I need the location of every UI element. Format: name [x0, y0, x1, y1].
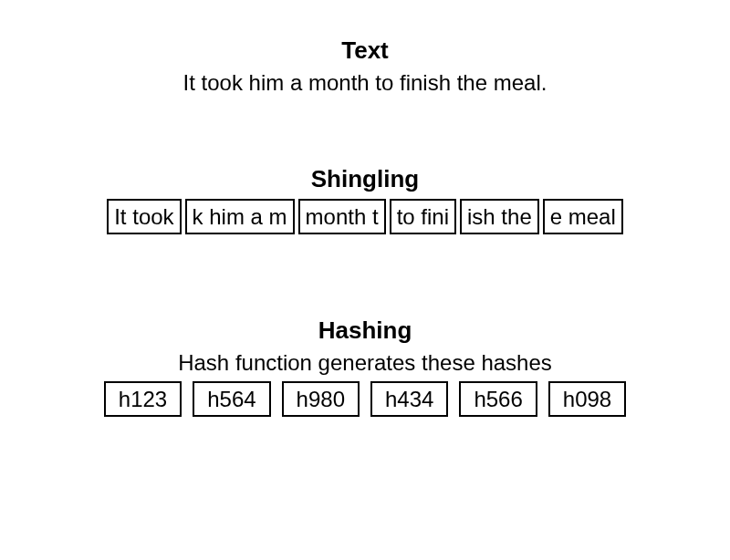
- hashing-subtitle: Hash function generates these hashes: [46, 350, 684, 376]
- hash-cell: h123: [104, 381, 182, 417]
- hashing-row: h123 h564 h980 h434 h566 h098: [46, 381, 684, 417]
- hash-cell: h564: [193, 381, 270, 417]
- shingle-cell: to fini: [390, 199, 456, 234]
- hash-cell: h566: [459, 381, 537, 417]
- hash-cell: h434: [370, 381, 448, 417]
- text-body: It took him a month to finish the meal.: [46, 70, 684, 96]
- shingling-row: It took k him a m month t to fini ish th…: [46, 199, 684, 234]
- text-section: Text It took him a month to finish the m…: [46, 36, 684, 96]
- shingle-cell: month t: [298, 199, 386, 234]
- shingle-cell: e meal: [543, 199, 623, 234]
- shingling-heading: Shingling: [46, 165, 684, 193]
- shingle-cell: k him a m: [185, 199, 295, 234]
- text-heading: Text: [46, 36, 684, 65]
- shingle-cell: It took: [107, 199, 181, 234]
- shingle-cell: ish the: [460, 199, 539, 234]
- hash-cell: h980: [282, 381, 360, 417]
- hash-cell: h098: [548, 381, 626, 417]
- hashing-heading: Hashing: [46, 316, 684, 345]
- shingling-section: Shingling It took k him a m month t to f…: [46, 165, 684, 234]
- hashing-section: Hashing Hash function generates these ha…: [46, 316, 684, 417]
